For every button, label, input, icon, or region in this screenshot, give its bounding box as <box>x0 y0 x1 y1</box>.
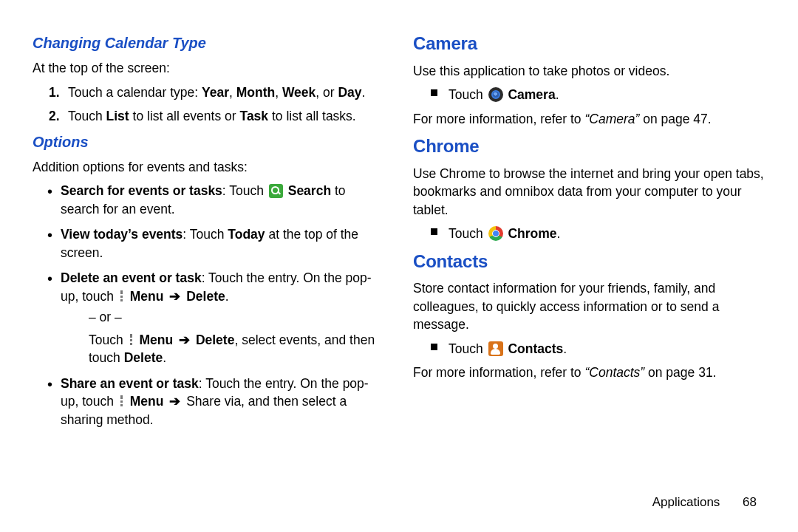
heading-contacts: Contacts <box>413 249 765 274</box>
t: Task <box>239 109 268 123</box>
text-options-intro: Addition options for events and tasks: <box>33 158 385 177</box>
step-number: 1. <box>49 83 60 102</box>
menu-icon <box>127 334 136 347</box>
t: Search <box>288 183 331 198</box>
option-delete-alt: Touch Menu ➔ Delete, select events, and … <box>89 331 385 367</box>
t: . <box>362 85 366 100</box>
t: Touch <box>68 109 106 123</box>
t: Chrome <box>508 226 556 241</box>
heading-changing-calendar-type: Changing Calendar Type <box>33 33 385 53</box>
t: Touch <box>449 341 487 356</box>
chrome-icon <box>488 226 503 241</box>
search-icon <box>269 184 283 198</box>
list-item: Touch Camera. <box>431 86 765 104</box>
arrow-icon: ➔ <box>179 332 190 347</box>
or-divider: – or – <box>89 308 385 327</box>
footer-section: Applications <box>652 495 720 509</box>
step-2: 2. Touch List to list all events or Task… <box>49 107 385 126</box>
t: Today <box>228 227 265 242</box>
text-contacts: Store contact information for your frien… <box>413 279 765 334</box>
t: Contacts <box>508 341 563 356</box>
heading-chrome: Chrome <box>413 134 765 159</box>
t: , <box>275 85 282 100</box>
t: Touch a calendar type: <box>68 85 202 100</box>
t: Touch <box>89 332 127 347</box>
t: Touch <box>449 87 487 102</box>
menu-icon <box>117 290 126 303</box>
t: Menu <box>139 332 173 347</box>
text-chrome: Use Chrome to browse the internet and br… <box>413 165 765 219</box>
t: on page 47. <box>639 112 711 126</box>
t: , or <box>316 85 338 100</box>
t: : Touch <box>183 227 228 242</box>
t: . <box>163 350 166 365</box>
t: : Touch <box>222 183 267 198</box>
t: Menu <box>130 394 164 409</box>
arrow-icon: ➔ <box>169 394 180 409</box>
text-intro: At the top of the screen: <box>33 59 385 78</box>
list-item: Touch Chrome. <box>431 225 765 243</box>
numbered-steps: 1. Touch a calendar type: Year, Month, W… <box>49 83 385 126</box>
option-search: Search for events or tasks: Touch Search… <box>47 182 385 218</box>
heading-camera: Camera <box>413 31 765 56</box>
t: For more information, refer to <box>413 112 584 126</box>
option-share: Share an event or task: Touch the entry.… <box>47 375 385 429</box>
t: Menu <box>130 289 164 304</box>
menu-icon <box>117 395 126 408</box>
left-column: Changing Calendar Type At the top of the… <box>33 28 385 436</box>
step-number: 2. <box>49 107 60 126</box>
t: View today’s events <box>61 227 183 242</box>
right-column: Camera Use this application to take phot… <box>413 28 765 436</box>
t: Delete <box>196 332 235 347</box>
t: , <box>229 85 236 100</box>
t: to list all events or <box>129 109 240 123</box>
t: Delete <box>124 350 163 365</box>
t: For more information, refer to <box>413 365 584 380</box>
t: Touch <box>449 226 487 241</box>
text-contacts-ref: For more information, refer to “Contacts… <box>413 364 765 382</box>
t: “Camera” <box>584 112 639 126</box>
t: List <box>106 109 129 123</box>
chrome-action: Touch Chrome. <box>431 225 765 243</box>
t: Month <box>236 85 275 100</box>
contacts-icon <box>488 341 503 356</box>
t: Week <box>282 85 316 100</box>
camera-action: Touch Camera. <box>431 86 765 104</box>
t: on page 31. <box>644 365 716 380</box>
text-camera-ref: For more information, refer to “Camera” … <box>413 110 765 129</box>
t: Camera <box>508 87 555 102</box>
t: Delete <box>186 289 225 304</box>
option-delete: Delete an event or task: Touch the entry… <box>47 269 385 367</box>
text-camera: Use this application to take photos or v… <box>413 62 765 81</box>
options-list: Search for events or tasks: Touch Search… <box>47 182 385 429</box>
t: Share an event or task <box>61 376 199 391</box>
page-footer: Applications 68 <box>652 494 757 511</box>
t: Day <box>338 85 361 100</box>
t: . <box>556 87 559 102</box>
option-today: View today’s events: Touch Today at the … <box>47 225 385 262</box>
footer-page-number: 68 <box>743 495 757 509</box>
step-1: 1. Touch a calendar type: Year, Month, W… <box>49 83 385 102</box>
t: “Contacts” <box>584 365 644 380</box>
t: Search for events or tasks <box>61 183 222 198</box>
contacts-action: Touch Contacts. <box>431 340 765 358</box>
t: to list all tasks. <box>268 109 356 123</box>
camera-icon <box>488 87 503 102</box>
t: . <box>563 341 567 356</box>
t: Delete an event or task <box>61 270 202 285</box>
t: Year <box>202 85 229 100</box>
t: . <box>557 226 561 241</box>
t: . <box>225 289 229 304</box>
arrow-icon: ➔ <box>169 289 180 304</box>
heading-options: Options <box>33 132 385 152</box>
list-item: Touch Contacts. <box>431 340 765 358</box>
page: Changing Calendar Type At the top of the… <box>0 0 798 436</box>
